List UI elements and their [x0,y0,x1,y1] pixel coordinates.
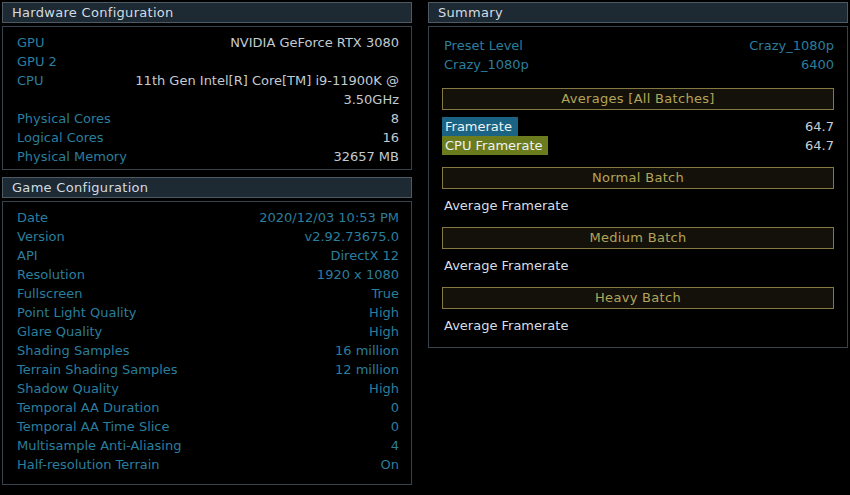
config-label: Version [15,227,65,246]
config-label: Temporal AA Duration [15,398,159,417]
framerate-row: Framerate 64.7 [442,117,834,136]
cpu-framerate-row: CPU Framerate 64.7 [442,136,834,155]
medium-batch-section: Medium Batch Average Framerate [442,227,834,275]
summary-value: Crazy_1080p [523,36,834,55]
medium-batch-average-framerate: Average Framerate [442,256,834,275]
hardware-config-title: Hardware Configuration [12,5,174,20]
config-value: 1920 x 1080 [85,265,399,284]
heavy-batch-section: Heavy Batch Average Framerate [442,287,834,335]
config-label: GPU 2 [15,52,57,71]
config-label: API [15,246,38,265]
game-row-date: Date 2020/12/03 10:53 PM [15,208,399,227]
normal-batch-average-framerate: Average Framerate [442,196,834,215]
game-row-multisample-anti-aliasing: Multisample Anti-Aliasing 4 [15,436,399,455]
hardware-row-physical-cores: Physical Cores 8 [15,109,399,128]
config-value: 8 [111,109,399,128]
normal-batch-section: Normal Batch Average Framerate [442,167,834,215]
averages-all-batches-header: Averages [All Batches] [442,88,834,110]
config-value: 32657 MB [127,147,399,166]
hardware-row-logical-cores: Logical Cores 16 [15,128,399,147]
config-label: Glare Quality [15,322,102,341]
hardware-row-physical-memory: Physical Memory 32657 MB [15,147,399,166]
summary-box: Preset Level Crazy_1080p Crazy_1080p 640… [428,26,848,348]
config-value: 12 million [178,360,399,379]
config-label: Date [15,208,48,227]
configuration-column: Hardware Configuration GPU NVIDIA GeForc… [2,2,412,485]
config-label: Resolution [15,265,85,284]
config-label: Physical Memory [15,147,127,166]
config-label: GPU [15,33,44,52]
config-value: 4 [181,436,399,455]
framerate-badge: Framerate [442,117,518,136]
config-value: 0 [170,417,399,436]
config-label: Temporal AA Time Slice [15,417,170,436]
framerate-value: 64.7 [518,117,834,136]
summary-value: 6400 [529,55,834,74]
hardware-row-gpu2: GPU 2 [15,52,399,71]
config-value: High [102,322,399,341]
config-label: CPU [15,71,43,90]
heavy-batch-header: Heavy Batch [442,287,834,309]
game-config-title: Game Configuration [12,180,148,195]
config-label: Fullscreen [15,284,82,303]
hardware-row-gpu: GPU NVIDIA GeForce RTX 3080 [15,33,399,52]
config-value: On [160,455,399,474]
config-value: 16 [104,128,399,147]
summary-header: Summary [428,2,848,23]
game-row-point-light-quality: Point Light Quality High [15,303,399,322]
summary-row-preset-score: Crazy_1080p 6400 [442,55,834,74]
game-row-half-resolution-terrain: Half-resolution Terrain On [15,455,399,474]
config-value: v2.92.73675.0 [65,227,399,246]
config-value: True [82,284,399,303]
game-row-glare-quality: Glare Quality High [15,322,399,341]
hardware-config-box: GPU NVIDIA GeForce RTX 3080 GPU 2 CPU 11… [2,26,412,170]
config-value: DirectX 12 [38,246,399,265]
summary-column: Summary Preset Level Crazy_1080p Crazy_1… [428,2,848,348]
cpu-framerate-value: 64.7 [548,136,834,155]
game-row-shadow-quality: Shadow Quality High [15,379,399,398]
medium-batch-header: Medium Batch [442,227,834,249]
game-row-temporal-aa-time-slice: Temporal AA Time Slice 0 [15,417,399,436]
game-config-box: Date 2020/12/03 10:53 PM Version v2.92.7… [2,201,412,485]
summary-label: Crazy_1080p [442,55,529,74]
config-value: 2020/12/03 10:53 PM [48,208,399,227]
config-value: 11th Gen Intel[R] Core[TM] i9-11900K @ 3… [97,71,399,109]
game-row-shading-samples: Shading Samples 16 million [15,341,399,360]
game-row-temporal-aa-duration: Temporal AA Duration 0 [15,398,399,417]
benchmark-results-screen: Hardware Configuration GPU NVIDIA GeForc… [0,0,850,495]
summary-row-preset-level: Preset Level Crazy_1080p [442,36,834,55]
config-label: Shading Samples [15,341,129,360]
summary-label: Preset Level [442,36,523,55]
config-label: Multisample Anti-Aliasing [15,436,181,455]
config-value: High [119,379,399,398]
summary-title: Summary [438,5,503,20]
config-label: Point Light Quality [15,303,136,322]
config-label: Logical Cores [15,128,104,147]
config-label: Shadow Quality [15,379,119,398]
hardware-config-header: Hardware Configuration [2,2,412,23]
game-row-api: API DirectX 12 [15,246,399,265]
config-value: 16 million [129,341,399,360]
config-label: Terrain Shading Samples [15,360,178,379]
config-label: Physical Cores [15,109,111,128]
game-row-fullscreen: Fullscreen True [15,284,399,303]
config-value: High [136,303,399,322]
config-label: Half-resolution Terrain [15,455,160,474]
game-row-terrain-shading-samples: Terrain Shading Samples 12 million [15,360,399,379]
config-value: 0 [159,398,399,417]
game-row-resolution: Resolution 1920 x 1080 [15,265,399,284]
hardware-row-cpu: CPU 11th Gen Intel[R] Core[TM] i9-11900K… [15,71,399,109]
heavy-batch-average-framerate: Average Framerate [442,316,834,335]
averages-rows: Framerate 64.7 CPU Framerate 64.7 [442,117,834,155]
game-config-header: Game Configuration [2,177,412,198]
normal-batch-header: Normal Batch [442,167,834,189]
cpu-framerate-badge: CPU Framerate [442,136,548,155]
game-row-version: Version v2.92.73675.0 [15,227,399,246]
config-value: NVIDIA GeForce RTX 3080 [44,33,399,52]
